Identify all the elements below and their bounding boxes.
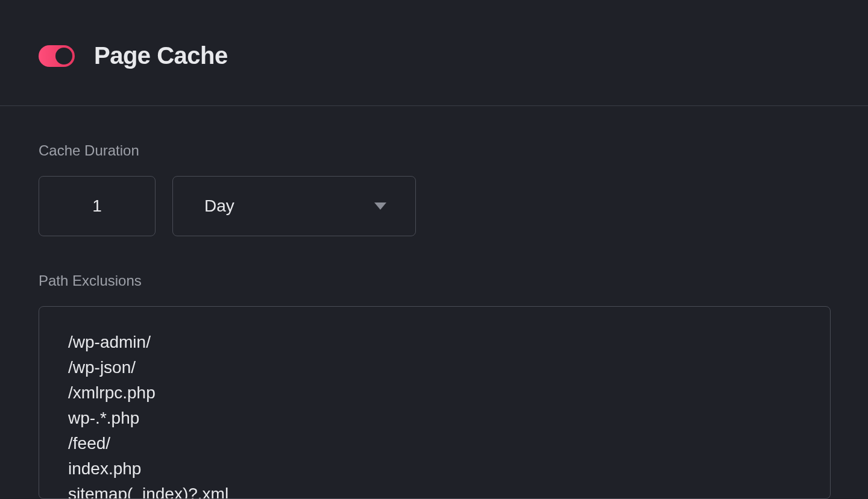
chevron-down-icon — [374, 202, 386, 210]
header: Page Cache — [0, 0, 868, 106]
cache-duration-unit-value: Day — [204, 196, 234, 216]
cache-duration-label: Cache Duration — [39, 142, 829, 159]
page-cache-toggle[interactable] — [39, 45, 75, 67]
cache-duration-value-input[interactable] — [39, 176, 156, 236]
settings-body: Cache Duration Day Path Exclusions — [0, 106, 868, 499]
path-exclusions-label: Path Exclusions — [39, 272, 829, 289]
cache-duration-row: Day — [39, 176, 829, 236]
page-title: Page Cache — [94, 42, 228, 69]
toggle-knob — [55, 48, 72, 64]
cache-duration-unit-select[interactable]: Day — [172, 176, 416, 236]
path-exclusions-textarea[interactable] — [39, 306, 831, 499]
